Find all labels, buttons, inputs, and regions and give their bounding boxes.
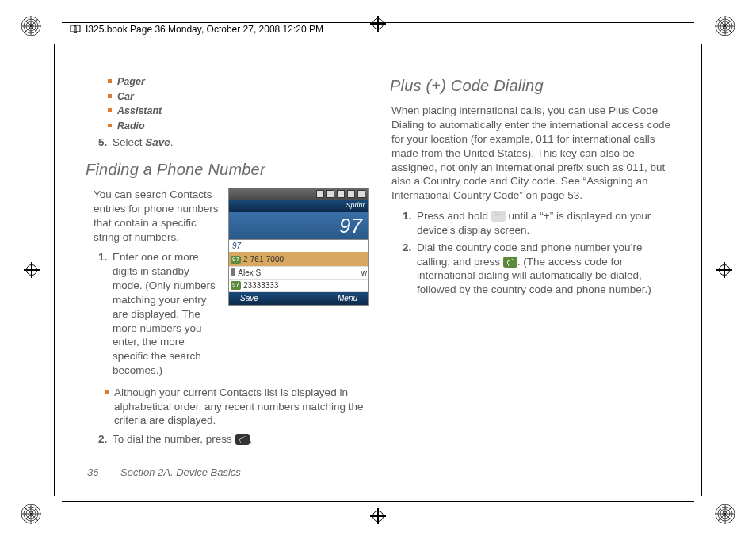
left-step2-post: . (250, 433, 253, 445)
bullet-car: Car (117, 90, 369, 104)
step5-bold: Save (145, 136, 170, 148)
footer-rule (62, 501, 694, 502)
plus-code-paragraph: When placing international calls, you ca… (391, 104, 674, 203)
left-step-2: 2. To dial the number, press . (98, 432, 369, 447)
crop-cross-icon (370, 508, 386, 524)
bullet-pager: Pager (117, 75, 369, 89)
phone-softkey-bar: Save Menu (229, 292, 368, 305)
step-number: 2. (98, 432, 113, 447)
heading-plus-code: Plus (+) Code Dialing (390, 75, 674, 96)
row-number: 2-761-7000 (243, 254, 284, 264)
running-header-text: I325.book Page 36 Monday, October 27, 20… (86, 24, 323, 35)
phone-dial-display: 97 (229, 212, 368, 239)
crop-radial-icon (21, 16, 41, 36)
status-icon (326, 190, 334, 198)
phone-status-bar (229, 188, 368, 200)
running-header: I325.book Page 36 Monday, October 27, 20… (62, 22, 694, 36)
crop-rule (701, 44, 702, 496)
status-icon (357, 190, 365, 198)
talk-key-icon (235, 434, 250, 445)
crop-rule (54, 44, 55, 496)
phone-carrier-bar: Sprint (229, 200, 368, 212)
phone-filter-label: 97 (229, 239, 368, 253)
right-column: Plus (+) Code Dialing When placing inter… (391, 75, 674, 475)
softkey-left: Save (240, 293, 258, 303)
row-tag: 97 (231, 256, 241, 264)
step-number: 1. (403, 209, 417, 238)
step-number: 2. (403, 241, 417, 297)
left-step2-pre: To dial the number, press (113, 433, 235, 445)
finding-intro: You can search Contacts entries for phon… (94, 188, 220, 244)
carrier-label: Sprint (346, 201, 365, 211)
row-name: Alex S (238, 268, 361, 278)
step-number: 5. (98, 135, 113, 150)
phone-result-row: Alex S w (229, 267, 368, 280)
bullet-radio: Radio (117, 120, 369, 133)
talk-key-icon (503, 257, 517, 268)
crop-cross-icon (716, 262, 732, 278)
bullet-assistant: Assistant (117, 105, 369, 118)
left-column: Pager Car Assistant Radio 5. Select Save… (87, 75, 369, 475)
zero-plus-key-icon (491, 211, 506, 222)
right-step1-pre: Press and hold (417, 210, 491, 222)
crop-cross-icon (24, 262, 40, 278)
right-step-2: 2. Dial the country code and phone numbe… (403, 241, 674, 297)
step5-pre: Select (113, 136, 145, 148)
heading-finding-number: Finding a Phone Number (86, 159, 369, 180)
sub-bullet-list: Although your current Contacts list is d… (114, 386, 369, 428)
section-label: Section 2A. Device Basics (120, 466, 241, 478)
phone-screenshot: Sprint 97 97 97 2-761-7000 Alex S w (228, 188, 369, 381)
status-icon (347, 190, 355, 198)
crop-radial-icon (21, 504, 41, 524)
row-suffix: w (361, 268, 367, 278)
left-step1-text: Enter one or more digits in standby mode… (113, 250, 220, 377)
left-step-1-partial: 1. Enter one or more digits in standby m… (98, 250, 220, 377)
crop-radial-icon (715, 16, 735, 36)
page-number: 36 (87, 466, 98, 478)
step5-post: . (170, 136, 174, 148)
row-tag: 97 (231, 281, 241, 290)
row-number: 23333333 (243, 280, 279, 291)
right-step-1: 1. Press and hold until a “+” is display… (403, 209, 674, 238)
status-icon (316, 190, 324, 198)
category-bullet-list: Pager Car Assistant Radio (87, 75, 369, 132)
status-icon (337, 190, 345, 198)
phone-result-row: 97 23333333 (229, 280, 368, 292)
row-icon (231, 268, 235, 277)
page-footer: 36 Section 2A. Device Basics (87, 466, 241, 478)
book-icon (70, 24, 81, 35)
softkey-right: Menu (338, 293, 357, 303)
step-5: 5. Select Save. (98, 135, 369, 150)
phone-result-row: 97 2-761-7000 (229, 253, 368, 266)
sub-bullet: Although your current Contacts list is d… (114, 386, 369, 428)
crop-radial-icon (715, 504, 735, 524)
step-number: 1. (98, 250, 113, 377)
